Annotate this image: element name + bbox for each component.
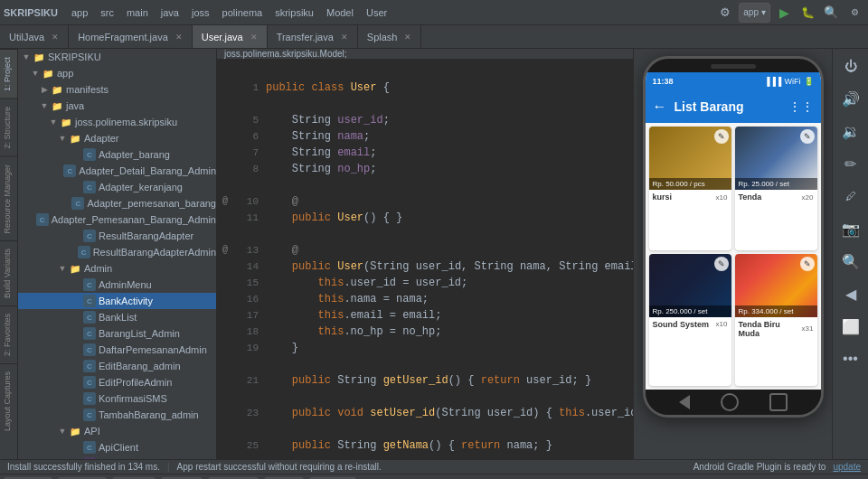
tree-item-daftar[interactable]: C DaftarPemesananAdmin [18,342,216,358]
recents-button[interactable] [769,393,788,411]
tree-item-konfirmasi[interactable]: C KonfirmasiSMS [18,390,216,407]
tab-homefragment[interactable]: HomeFragment.java ✕ [69,25,193,49]
tab-utiljava[interactable]: UtilJava ✕ [0,25,69,49]
tree-item-package[interactable]: ▼ 📁 joss.polinema.skripsiku [18,114,216,130]
more-icon[interactable]: ••• [837,345,864,372]
run-button[interactable]: ▶ [774,3,794,23]
tab-label: UtilJava [9,32,44,42]
product-name-tenda-biru: Tenda Biru Muda [739,320,802,338]
edit-icon-tenda-biru[interactable]: ✎ [800,257,815,271]
product-count-tenda: x20 [802,193,814,202]
line-content: public String getNama() { return nama; } [266,437,633,454]
tree-item-adminmenu[interactable]: C AdminMenu [18,277,216,293]
left-tab-resource[interactable]: Resource Manager [0,156,17,241]
tree-item-java[interactable]: ▼ 📁 java [18,98,216,114]
code-editor[interactable]: joss.polinema.skripsiku.Model; 1 public … [217,49,633,459]
settings2-icon[interactable]: ⚙ [844,3,864,23]
camera-icon[interactable]: 📷 [837,215,864,242]
left-tab-captures[interactable]: Layout Captures [0,363,17,438]
menu-app[interactable]: app [65,5,94,20]
tree-item-bankinterface[interactable]: I BankInterface [18,456,216,459]
tab-close-splash[interactable]: ✕ [404,33,411,42]
tab-close-transfer[interactable]: ✕ [341,33,348,42]
tree-item-root[interactable]: ▼ 📁 SKRIPSIKU [18,49,216,65]
tree-item-adapter-pemesanan[interactable]: C Adapter_pemesanan_barang [18,195,216,211]
search-icon[interactable]: 🔍 [821,3,841,23]
menu-model[interactable]: Model [320,5,360,20]
edit-icon-sound[interactable]: ✎ [714,257,729,271]
product-info-sound: Sound System x10 [649,317,731,332]
product-image-tenda-biru: Rp. 334.000 / set ✎ [735,254,817,317]
left-tab-structure[interactable]: 2: Structure [0,99,17,156]
back-icon[interactable]: ◀ [837,280,864,307]
class-icon: C [83,311,96,324]
tab-transfer[interactable]: Transfer.java ✕ [268,25,358,49]
line-content: this.user_id = user_id; [266,275,633,291]
tree-item-adapter-barang[interactable]: C Adapter_barang [18,146,216,163]
menu-skripsiku[interactable]: skripsiku [269,5,320,20]
expand-arrow [72,345,81,354]
menu-polinema[interactable]: polinema [216,5,269,20]
tree-item-manifests[interactable]: ▶ 📁 manifests [18,81,216,98]
debug-button[interactable]: 🐛 [797,3,817,23]
tree-item-api[interactable]: ▼ 📁 API [18,423,216,439]
gutter-icon: @ [217,193,233,210]
restart-msg: App restart successful without requiring… [177,462,382,472]
edit-icon-kursi[interactable]: ✎ [714,129,729,144]
power-icon[interactable]: ⏻ [837,52,864,80]
tab-close-user[interactable]: ✕ [250,33,258,42]
tree-item-adapter[interactable]: ▼ 📁 Adapter [18,130,216,146]
menu-user[interactable]: User [360,5,393,20]
volume-down-icon[interactable]: 🔉 [837,117,864,145]
menu-main[interactable]: main [120,5,155,20]
tree-item-app[interactable]: ▼ 📁 app [18,65,216,81]
tree-item-result-adapter-admin[interactable]: C ResultBarangAdapterAdmin [18,244,216,260]
left-tab-favorites[interactable]: 2: Favorites [0,305,17,363]
tree-item-adapter-keranjang[interactable]: C Adapter_keranjang [18,179,216,195]
tree-item-banklist[interactable]: C BankList [18,309,216,325]
tab-close-utiljava[interactable]: ✕ [52,33,59,42]
square-icon[interactable]: ⬜ [837,313,864,340]
tree-item-bankactivity[interactable]: C BankActivity [18,293,216,309]
class-icon: C [83,392,96,405]
tree-item-editbarang[interactable]: C EditBarang_admin [18,358,216,374]
tree-item-editprofile[interactable]: C EditProfileAdmin [18,374,216,390]
volume-up-icon[interactable]: 🔊 [837,85,864,112]
product-card-tenda[interactable]: Rp. 25.000 / set ✎ Tenda x20 [735,127,817,250]
phone-frame: 11:38 ▐▐▐ WiFi 🔋 ← List Barang ⋮⋮ [643,56,824,418]
menu-joss[interactable]: joss [185,5,216,20]
grid-icon[interactable]: ⋮⋮ [788,99,814,114]
gradle-update-link[interactable]: update [833,462,861,472]
zoom-icon[interactable]: 🔍 [837,248,864,275]
menu-src[interactable]: src [94,5,120,20]
brush-alt-icon[interactable]: 🖊 [837,183,864,210]
tree-item-adapter-pemesanan-admin[interactable]: C Adapter_Pemesanan_Barang_Admin [18,211,216,228]
expand-arrow: ▼ [49,117,58,127]
brush-icon[interactable]: ✏ [837,150,864,177]
tree-item-apiclient[interactable]: C ApiClient [18,439,216,456]
tree-item-adapter-detail[interactable]: C Adapter_Detail_Barang_Admin [18,163,216,179]
left-tab-project[interactable]: 1: Project [0,49,17,99]
home-button[interactable] [721,393,739,411]
product-card-kursi[interactable]: Rp. 50.000 / pcs ✎ kursi x10 [649,127,731,250]
tab-splash[interactable]: Splash ✕ [358,25,422,49]
product-card-tenda-biru[interactable]: Rp. 334.000 / set ✎ Tenda Biru Muda x31 [735,254,817,387]
class-icon: C [83,230,96,242]
tab-user[interactable]: User.java ✕ [193,25,268,49]
menu-java[interactable]: java [155,5,185,20]
menu-bar: app src main java joss polinema skripsik… [65,5,393,20]
back-arrow-icon[interactable]: ← [653,99,667,115]
back-button[interactable] [679,395,690,409]
tree-item-tambah[interactable]: C TambahBarang_admin [18,407,216,423]
product-card-sound[interactable]: Rp. 250.000 / set ✎ Sound System x10 [649,254,731,387]
run-config-dropdown[interactable]: app ▾ [739,3,770,23]
tab-close-homefragment[interactable]: ✕ [175,33,183,42]
settings-icon[interactable]: ⚙ [715,3,735,23]
edit-icon-tenda[interactable]: ✎ [800,129,815,144]
tree-item-admin[interactable]: ▼ 📁 Admin [18,260,216,277]
code-line: 25 public String getNama() { return nama… [217,437,633,454]
tree-item-result-adapter[interactable]: C ResultBarangAdapter [18,228,216,244]
left-tab-build[interactable]: Build Variants [0,240,17,305]
code-content[interactable]: 1 public class User { 5 String user_id; … [217,60,633,459]
tree-item-baranglist[interactable]: C BarangList_Admin [18,325,216,342]
